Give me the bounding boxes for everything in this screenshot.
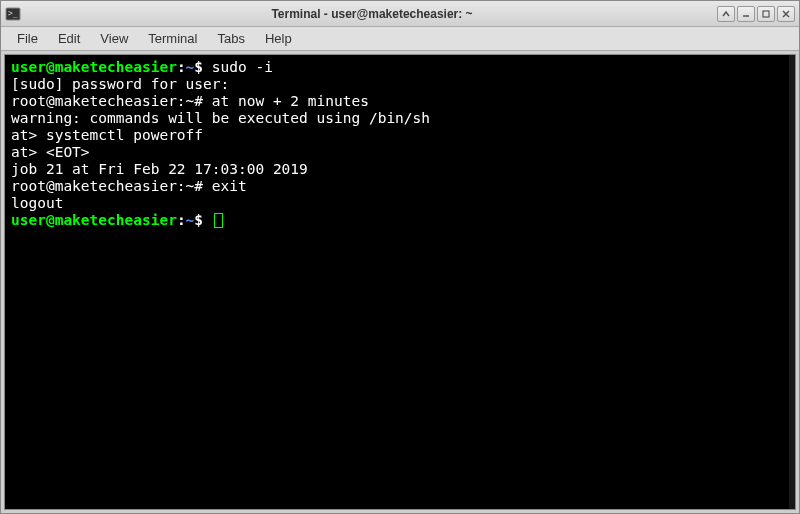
- prompt-symbol: $: [194, 212, 211, 228]
- prompt-sep: :: [177, 212, 186, 228]
- menu-tabs[interactable]: Tabs: [207, 29, 254, 48]
- menu-edit[interactable]: Edit: [48, 29, 90, 48]
- output-text: at> systemctl poweroff: [11, 127, 203, 143]
- menubar: File Edit View Terminal Tabs Help: [1, 27, 799, 51]
- root-prompt: root@maketecheasier:~#: [11, 93, 212, 109]
- svg-rect-3: [763, 11, 769, 17]
- command-text: sudo -i: [212, 59, 273, 75]
- window-controls: [717, 6, 795, 22]
- maximize-button[interactable]: [757, 6, 775, 22]
- menu-terminal[interactable]: Terminal: [138, 29, 207, 48]
- scrollbar[interactable]: [789, 55, 795, 509]
- window-title: Terminal - user@maketecheasier: ~: [27, 7, 717, 21]
- terminal-line: user@maketecheasier:~$: [11, 212, 789, 229]
- root-prompt: root@maketecheasier:~#: [11, 178, 212, 194]
- terminal-line: job 21 at Fri Feb 22 17:03:00 2019: [11, 161, 789, 178]
- prompt-user: user@maketecheasier: [11, 212, 177, 228]
- minimize-button[interactable]: [737, 6, 755, 22]
- output-text: job 21 at Fri Feb 22 17:03:00 2019: [11, 161, 308, 177]
- rollup-button[interactable]: [717, 6, 735, 22]
- terminal-line: root@maketecheasier:~# exit: [11, 178, 789, 195]
- prompt-symbol: $: [194, 59, 211, 75]
- terminal-viewport[interactable]: user@maketecheasier:~$ sudo -i [sudo] pa…: [4, 54, 796, 510]
- close-button[interactable]: [777, 6, 795, 22]
- terminal-line: logout: [11, 195, 789, 212]
- menu-view[interactable]: View: [90, 29, 138, 48]
- prompt-user: user@maketecheasier: [11, 59, 177, 75]
- menu-file[interactable]: File: [7, 29, 48, 48]
- output-text: warning: commands will be executed using…: [11, 110, 430, 126]
- terminal-line: at> <EOT>: [11, 144, 789, 161]
- output-text: logout: [11, 195, 63, 211]
- cursor: [214, 213, 223, 228]
- command-text: at now + 2 minutes: [212, 93, 369, 109]
- prompt-sep: :: [177, 59, 186, 75]
- terminal-window: >_ Terminal - user@maketecheasier: ~ Fil…: [0, 0, 800, 514]
- terminal-icon: >_: [5, 6, 21, 22]
- titlebar[interactable]: >_ Terminal - user@maketecheasier: ~: [1, 1, 799, 27]
- output-text: at> <EOT>: [11, 144, 90, 160]
- menu-help[interactable]: Help: [255, 29, 302, 48]
- svg-text:>_: >_: [8, 9, 18, 18]
- command-text: exit: [212, 178, 247, 194]
- output-text: [sudo] password for user:: [11, 76, 229, 92]
- terminal-line: [sudo] password for user:: [11, 76, 789, 93]
- terminal-line: root@maketecheasier:~# at now + 2 minute…: [11, 93, 789, 110]
- terminal-line: user@maketecheasier:~$ sudo -i: [11, 59, 789, 76]
- terminal-line: at> systemctl poweroff: [11, 127, 789, 144]
- terminal-line: warning: commands will be executed using…: [11, 110, 789, 127]
